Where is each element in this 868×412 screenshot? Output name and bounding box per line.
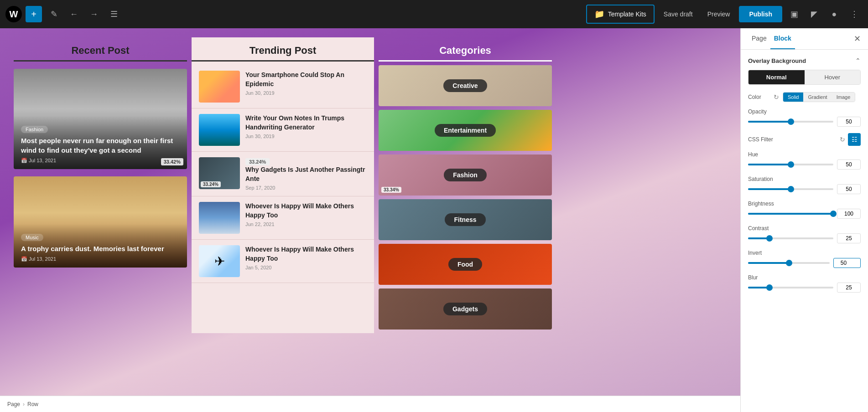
category-fashion-percent: 33.34% [381, 187, 401, 193]
trending-title-3: Why Gadgets Is Just Another Passingtr An… [245, 165, 367, 183]
opacity-track[interactable] [748, 121, 833, 123]
contrast-track[interactable] [748, 237, 833, 239]
hue-track[interactable] [748, 164, 833, 165]
trending-thumb-2 [199, 114, 240, 146]
contrast-thumb[interactable] [766, 235, 773, 242]
menu-button[interactable]: ☰ [106, 6, 122, 22]
blur-track[interactable] [748, 287, 833, 288]
template-kits-button[interactable]: 📁 Template Kits [586, 5, 655, 24]
saturation-fill [748, 188, 791, 190]
folder-icon: 📁 [594, 9, 604, 19]
canvas: Recent Post Fashion Most people never ru… [0, 28, 740, 412]
invert-thumb[interactable] [786, 260, 792, 266]
panel-close-button[interactable]: ✕ [854, 34, 861, 44]
blur-label: Blur [748, 274, 861, 281]
opacity-label: Opacity [748, 108, 861, 115]
recent-card-2[interactable]: Music A trophy carries dust. Memories la… [14, 176, 187, 268]
chevron-up-icon[interactable]: ⌃ [855, 57, 861, 64]
trending-info-4: Whoever Is Happy Will Make Others Happy … [245, 202, 367, 234]
invert-input[interactable] [833, 258, 861, 268]
trending-item-2[interactable]: Write Your Own Notes In Trumps Handwriti… [192, 108, 374, 152]
hue-input[interactable] [837, 160, 861, 170]
saturation-label: Saturation [748, 176, 861, 182]
solid-button[interactable]: Solid [783, 93, 803, 102]
categories-header: Categories [379, 37, 552, 62]
category-fashion[interactable]: Fashion 33.34% [379, 154, 552, 196]
css-filter-reset-icon[interactable]: ↻ [840, 136, 845, 143]
layout-toggle-button[interactable]: ▣ [786, 6, 802, 22]
image-button[interactable]: Image [832, 93, 855, 102]
brightness-control [748, 209, 861, 219]
trending-thumb-3: 33.24% [199, 157, 240, 189]
overlay-bg-section-header: Overlay Background ⌃ [748, 57, 861, 64]
right-panel: Page Block ✕ Overlay Background ⌃ Normal… [740, 28, 868, 412]
trending-item-3[interactable]: 33.24% 33.24% Why Gadgets Is Just Anothe… [192, 152, 374, 196]
opacity-thumb[interactable] [788, 118, 794, 125]
trending-item-4[interactable]: Whoever Is Happy Will Make Others Happy … [192, 196, 374, 240]
opacity-input[interactable] [837, 117, 861, 127]
trending-item-5[interactable]: ✈ Whoever Is Happy Will Make Others Happ… [192, 240, 374, 283]
recent-card-1[interactable]: Fashion Most people never run far enough… [14, 69, 187, 169]
block-tab[interactable]: Block [770, 28, 795, 49]
category-gadgets[interactable]: Gadgets [379, 288, 552, 330]
gradient-button[interactable]: Gradient [803, 93, 832, 102]
trending-info-5: Whoever Is Happy Will Make Others Happy … [245, 245, 367, 277]
saturation-track[interactable] [748, 188, 833, 190]
hue-thumb[interactable] [788, 161, 794, 168]
css-filter-label: CSS Filter [748, 136, 837, 143]
page-tab[interactable]: Page [748, 28, 770, 49]
edit-icon-button[interactable]: ✎ [46, 6, 62, 22]
trending-date-5: Jan 5, 2020 [245, 265, 367, 270]
calendar-icon-2: 📅 [21, 256, 27, 262]
preview-button[interactable]: Preview [702, 7, 736, 21]
breadcrumb-page[interactable]: Page [7, 401, 20, 407]
trending-percent-inline-3: 33.24% [245, 158, 270, 165]
opacity-control [748, 117, 861, 127]
trending-item-1[interactable]: Your Smartphone Could Stop An Epidemic J… [192, 65, 374, 108]
brightness-row: Brightness [748, 201, 861, 219]
template-kits-label: Template Kits [608, 10, 646, 18]
color-reset-icon[interactable]: ↻ [774, 93, 779, 101]
brightness-thumb[interactable] [830, 211, 837, 217]
undo-button[interactable]: ← [66, 6, 82, 22]
blur-input[interactable] [837, 283, 861, 293]
contrast-input[interactable] [837, 233, 861, 243]
category-fitness-label: Fitness [445, 213, 485, 226]
main-area: Recent Post Fashion Most people never ru… [0, 28, 868, 412]
color-type-group: Solid Gradient Image [783, 92, 855, 102]
hover-toggle-button[interactable]: Hover [805, 70, 861, 84]
brightness-input[interactable] [837, 209, 861, 219]
breadcrumb-row[interactable]: Row [27, 401, 38, 407]
panel-tabs: Page Block ✕ [741, 28, 868, 50]
hue-label: Hue [748, 151, 861, 158]
normal-toggle-button[interactable]: Normal [748, 70, 805, 84]
brightness-track[interactable] [748, 213, 833, 215]
add-button[interactable]: + [26, 6, 42, 22]
category-entertainment[interactable]: Entertainment [379, 110, 552, 151]
trending-date-1: Jun 30, 2019 [245, 90, 367, 96]
saturation-input[interactable] [837, 184, 861, 194]
category-creative[interactable]: Creative [379, 65, 552, 106]
category-gadgets-label: Gadgets [443, 303, 487, 315]
redo-button[interactable]: → [86, 6, 102, 22]
category-gadgets-bg: Gadgets [379, 288, 552, 330]
category-food[interactable]: Food [379, 244, 552, 285]
blur-thumb[interactable] [766, 284, 773, 291]
invert-fill [748, 262, 789, 264]
recent-post-column: Recent Post Fashion Most people never ru… [9, 37, 192, 333]
invert-row: Invert [748, 250, 861, 268]
saturation-thumb[interactable] [788, 186, 794, 192]
invert-track[interactable] [748, 262, 830, 264]
publish-button[interactable]: Publish [739, 6, 782, 22]
responsive-button[interactable]: ◤ [806, 6, 822, 22]
normal-hover-toggle: Normal Hover [748, 70, 861, 85]
more-options-button[interactable]: ⋮ [846, 6, 863, 22]
category-fitness[interactable]: Fitness [379, 199, 552, 240]
user-icon-button[interactable]: ● [826, 6, 842, 22]
hue-fill [748, 164, 791, 165]
color-label: Color [748, 94, 770, 100]
trending-title-4: Whoever Is Happy Will Make Others Happy … [245, 202, 367, 220]
save-draft-button[interactable]: Save draft [658, 7, 698, 21]
trending-title-5: Whoever Is Happy Will Make Others Happy … [245, 245, 367, 263]
css-filter-icon-button[interactable]: ☷ [848, 133, 861, 146]
